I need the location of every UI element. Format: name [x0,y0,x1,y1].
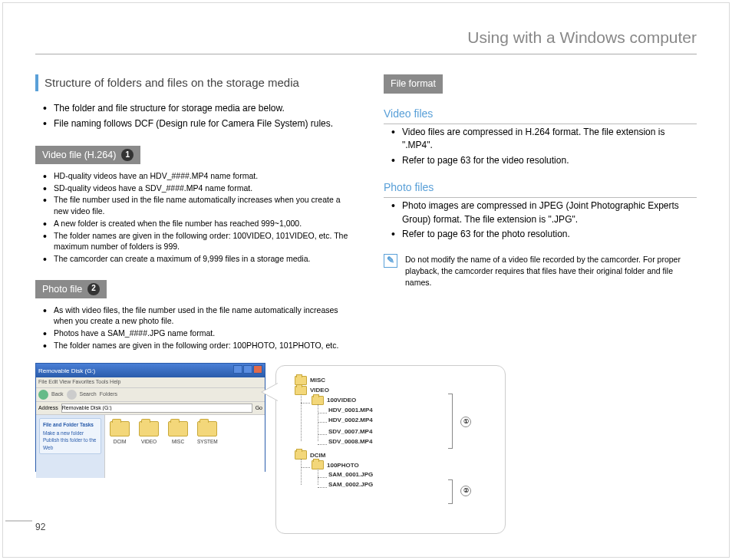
list-item: The file number used in the file name au… [43,194,348,216]
explorer-screenshot: Removable Disk (G:) File Edit View Favor… [35,363,265,472]
maximize-icon [243,365,252,374]
folder-item: MISC [168,421,188,445]
tree-file: SDV_0008.MP4 [328,437,499,446]
tree-file: SDV_0007.MP4 [328,427,499,436]
folder-label: DCIM [114,438,127,445]
brace-icon [448,479,453,504]
video-files-list: Video files are compressed in H.264 form… [391,126,697,167]
circled-two-icon: 2 [87,283,100,295]
folder-icon [110,421,130,436]
tasks-header: File and Folder Tasks [43,421,97,428]
tree-file: HDV_0001.MP4 [328,406,499,415]
folder-icon [139,421,159,436]
explorer-body: File and Folder Tasks Make a new folder … [36,415,265,478]
manual-page: Using with a Windows computer Structure … [2,2,730,558]
intro-list: The folder and file structure for storag… [43,102,348,130]
search-label: Search [80,390,97,398]
page-number-rule [5,520,32,522]
photo-files-heading: Photo files [384,180,697,198]
tree-node: VIDEO [295,386,499,395]
folder-icon [197,421,217,436]
tree-node: 100PHOTO [312,460,499,469]
explorer-title: Removable Disk (G:) [38,367,95,376]
photo-file-tag-label: Photo file [42,282,82,296]
video-file-tag: Video file (H.264) 1 [35,146,140,164]
list-item: The folder names are given in the follow… [43,230,348,252]
tree-children: SAM_0001.JPG SAM_0002.JPG [328,470,499,489]
folders-label: Folders [100,390,117,398]
explorer-menu: File Edit View Favorites Tools Help [36,377,265,387]
list-item: Photos have a SAM_####.JPG name format. [43,328,348,339]
explorer-content: DCIM VIDEO MISC SYSTEM [105,415,265,478]
photo-file-list: As with video files, the file number use… [43,305,348,351]
circled-one-icon: 1 [121,149,134,161]
structure-heading: Structure of folders and files on the st… [35,74,348,91]
tree-children: HDV_0001.MP4 HDV_0002.MP4 SDV_0007.MP4 S… [328,406,499,446]
address-input [61,404,252,413]
explorer-address-bar: Address Go [36,402,265,415]
tree-node: MISC [295,376,499,385]
forward-icon [67,390,77,400]
tree-node: DCIM [295,450,499,460]
list-item: The folder names are given in the follow… [43,340,348,351]
explorer-sidebar: File and Folder Tasks Make a new folder … [36,415,105,478]
task-item: Make a new folder [43,430,97,436]
note-text: Do not modify the name of a video file r… [405,254,697,289]
close-icon [253,365,262,374]
explorer-toolbar: Back Search Folders [36,387,265,402]
list-item: HD-quality videos have an HDV_####.MP4 n… [43,170,348,182]
photo-file-tag: Photo file 2 [35,280,107,298]
folder-label: SYSTEM [197,438,218,445]
folder-item: DCIM [110,421,130,445]
folder-label: MISC [172,438,184,445]
tree-file: HDV_0002.MP4 [328,416,499,425]
tree-label: MISC [310,376,325,385]
list-item: The camcorder can create a maximum of 9,… [43,253,348,265]
page-title: Using with a Windows computer [35,26,697,54]
folder-icon [168,421,188,436]
list-item: Video files are compressed in H.264 form… [391,126,697,153]
explorer-titlebar: Removable Disk (G:) [36,364,265,377]
folder-item: SYSTEM [197,421,218,445]
go-label: Go [256,404,262,412]
intro-item: File naming follows DCF (Design rule for… [43,117,348,130]
address-label: Address [38,404,58,412]
folder-label: VIDEO [141,438,157,445]
tree-label: 100VIDEO [327,396,356,405]
list-item: Refer to page 63 for the video resolutio… [391,154,697,167]
page-number: 92 [35,521,45,534]
back-label: Back [51,390,64,398]
video-file-list: HD-quality videos have an HDV_####.MP4 n… [43,170,348,265]
callout-arrow-icon [261,383,278,401]
list-item: SD-quality videos have a SDV_####.MP4 na… [43,183,348,194]
list-item: Refer to page 63 for the photo resolutio… [391,228,697,241]
tree-file: SAM_0002.JPG [328,480,499,489]
note-block: ✎ Do not modify the name of a video file… [384,254,697,289]
file-format-tag: File format [384,74,443,93]
photo-files-list: Photo images are compressed in JPEG (Joi… [391,199,697,241]
video-file-tag-label: Video file (H.264) [42,148,116,162]
intro-item: The folder and file structure for storag… [43,102,348,115]
list-item: As with video files, the file number use… [43,305,348,327]
folder-item: VIDEO [139,421,159,445]
back-icon [38,390,48,400]
list-item: A new folder is created when the file nu… [43,218,348,229]
tasks-panel: File and Folder Tasks Make a new folder … [39,418,101,455]
tree-file: SAM_0001.JPG [328,470,499,479]
video-files-heading: Video files [384,106,697,124]
task-item: Publish this folder to the Web [43,436,97,451]
brace-label-two: ② [460,486,471,496]
brace-label-one: ① [460,417,471,427]
brace-icon [448,394,453,449]
window-buttons [232,365,262,377]
tree-node: 100VIDEO [312,396,499,405]
note-icon: ✎ [384,254,397,268]
folder-tree-diagram: MISC VIDEO 100VIDEO HDV_0001.MP4 HDV_000… [275,365,506,534]
minimize-icon [233,365,242,374]
tree-children: 100PHOTO SAM_0001.JPG SAM_0002.JPG [312,460,499,489]
list-item: Photo images are compressed in JPEG (Joi… [391,199,697,226]
tree-label: 100PHOTO [327,461,359,470]
